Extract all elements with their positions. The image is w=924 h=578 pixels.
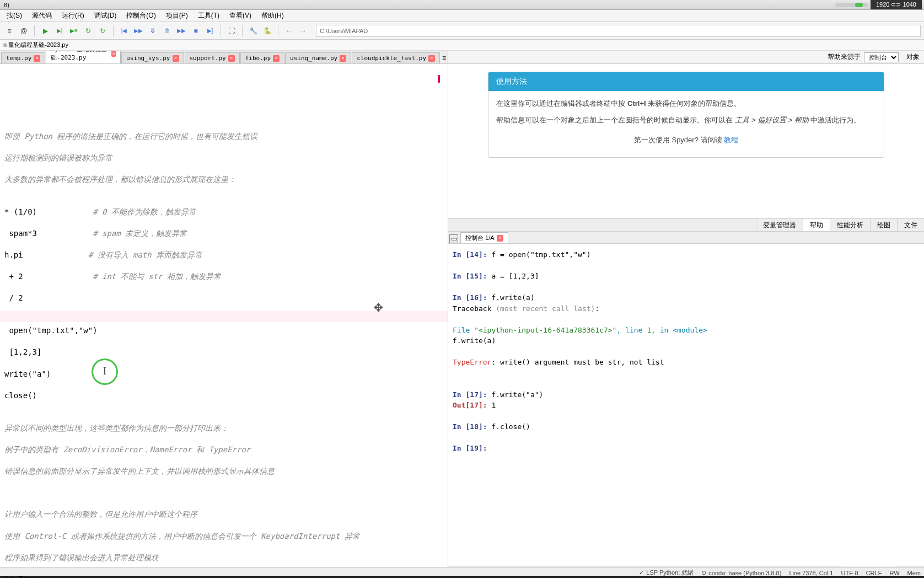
error-marker — [438, 75, 440, 83]
console-options-icon[interactable]: ▭ — [449, 234, 458, 243]
editor-line — [4, 488, 443, 499]
tab-label: using_name.py — [290, 55, 337, 62]
editor-tab[interactable]: support.py× — [185, 52, 240, 63]
tab-profiler[interactable]: 性能分析 — [830, 219, 870, 231]
click-indicator — [92, 358, 118, 385]
tab-var-explorer[interactable]: 变量管理器 — [756, 219, 803, 231]
close-icon[interactable]: × — [173, 55, 179, 62]
tab-label: support.py — [190, 55, 226, 62]
menu-console[interactable]: 控制台(O) — [122, 10, 160, 22]
tab-files[interactable]: 文件 — [897, 219, 924, 231]
menu-run[interactable]: 运行(R) — [57, 10, 89, 22]
debug-step-in-icon[interactable]: ⤋ — [147, 25, 159, 37]
editor-line — [4, 499, 443, 510]
maximize-icon[interactable]: ⛶ — [225, 25, 238, 37]
tutorial-link[interactable]: 教程 — [724, 136, 738, 144]
close-icon[interactable]: × — [34, 55, 40, 62]
editor-line — [4, 304, 443, 315]
status-mem: Mem — [907, 570, 921, 576]
menu-find[interactable]: 找(S) — [2, 10, 26, 22]
debug-stop-icon[interactable]: ■ — [190, 25, 202, 37]
title-version: .8) — [2, 2, 9, 8]
editor-tab[interactable]: using_name.py× — [285, 52, 351, 63]
editor-line: + 2 # int 不能与 str 相加，触发异常 — [4, 271, 443, 282]
close-icon[interactable]: × — [228, 55, 235, 62]
debug-step-out-icon[interactable]: ⤊ — [161, 25, 173, 37]
help-source-select[interactable]: 控制台 — [864, 52, 899, 62]
editor-line: 使用 Control-C 或者操作系统提供的方法，用户中断的信息会引发一个 Ke… — [4, 531, 443, 542]
nav-back-icon[interactable]: ← — [283, 25, 295, 37]
close-icon[interactable]: × — [273, 55, 280, 62]
python-icon[interactable]: 🐍 — [261, 25, 273, 37]
editor-line — [4, 282, 443, 293]
editor-line: 异常以不同的类型出现，这些类型都作为信息的一部分打印出来： — [4, 423, 443, 434]
help-p2: 帮助信息可以在一个对象之后加上一个左圆括号的时候自动显示。你可以在 工具 > 偏… — [496, 114, 875, 126]
restart-icon[interactable]: ↻ — [96, 25, 109, 37]
console-body[interactable]: In [14]: f = open("tmp.txt","w") In [15]… — [448, 244, 924, 566]
at-icon[interactable]: @ — [18, 25, 30, 37]
editor-tab[interactable]: using_sys.py× — [121, 52, 184, 63]
tab-label: temp.py — [6, 55, 31, 62]
editor-line: 运行期检测到的错误被称为异常 — [4, 153, 443, 164]
editor-line — [4, 217, 443, 228]
editor-line — [4, 477, 443, 488]
tab-overflow-icon[interactable]: ≡ — [440, 52, 448, 63]
editor-tab[interactable]: temp.py× — [1, 52, 45, 63]
editor-line — [4, 239, 443, 250]
working-dir-input[interactable]: C:\Users\MIAPAD — [316, 25, 921, 37]
help-card-title: 使用方法 — [488, 72, 883, 91]
editor-line — [4, 196, 443, 207]
menu-view[interactable]: 查看(V) — [225, 10, 256, 22]
progress-indicator — [835, 3, 868, 7]
toolbar: ≡ @ ▶ ▶| ▶≡ ↻ ↻ |◀ ▶▶ ⤋ ⤊ ▶▶ ■ ▶] ⛶ 🔧 🐍 … — [0, 22, 924, 40]
close-icon[interactable]: × — [428, 55, 435, 62]
menu-tools[interactable]: 工具(T) — [194, 10, 224, 22]
editor-line — [4, 315, 443, 326]
editor-tab[interactable]: cloudpickle_fast.py× — [352, 52, 440, 63]
run-icon[interactable]: ▶ — [39, 25, 51, 37]
close-icon[interactable]: × — [497, 235, 503, 242]
wrench-icon[interactable]: 🔧 — [247, 25, 259, 37]
help-p1: 在这里你可以通过在编辑器或者终端中按 Ctrl+I 来获得任何对象的帮助信息。 — [496, 98, 875, 110]
editor-line: spam*3 # spam 未定义，触发异常 — [4, 228, 443, 239]
editor-line — [4, 520, 443, 531]
editor-line — [4, 401, 443, 412]
debug-exit-icon[interactable]: ▶] — [204, 25, 216, 37]
editor-body[interactable]: ✥ 即便 Python 程序的语法是正确的，在运行它的时候，也有可能发生错误 运… — [0, 64, 448, 578]
editor-line: 即便 Python 程序的语法是正确的，在运行它的时候，也有可能发生错误 — [4, 131, 443, 142]
editor-line: close() — [4, 390, 443, 402]
status-eol: CRLF — [866, 570, 882, 576]
tab-help[interactable]: 帮助 — [803, 219, 830, 231]
editor-line: / 2 — [4, 293, 443, 304]
debug-step-icon[interactable]: ▶▶ — [132, 25, 144, 37]
run-cell-icon[interactable]: ▶| — [53, 25, 66, 37]
tab-label: cloudpickle_fast.py — [357, 55, 426, 62]
outline-icon[interactable]: ≡ — [3, 25, 15, 37]
editor-line: 例子中的类型有 ZeroDivisionError，NameError 和 Ty… — [4, 445, 443, 456]
console-tab[interactable]: 控制台 1/A × — [460, 232, 508, 243]
editor-line — [4, 261, 443, 272]
close-icon[interactable]: × — [340, 55, 346, 62]
tab-label: using_sys.py — [126, 55, 170, 62]
editor-line — [4, 336, 443, 347]
run-selection-icon[interactable]: ▶≡ — [68, 25, 80, 37]
menu-project[interactable]: 项目(P) — [162, 10, 192, 22]
editor-line: [1,2,3] — [4, 347, 443, 358]
rerun-icon[interactable]: ↻ — [82, 25, 94, 37]
close-icon[interactable]: × — [111, 51, 116, 57]
menu-debug[interactable]: 调试(D) — [90, 10, 121, 22]
editor-line — [4, 412, 443, 423]
nav-forward-icon[interactable]: → — [297, 25, 309, 37]
editor-tab[interactable]: Python 量化编程基础-2023.py× — [46, 51, 121, 63]
editor-tab[interactable]: fibo.py× — [240, 52, 284, 63]
debug-step-back-icon[interactable]: |◀ — [118, 25, 130, 37]
editor-tab-strip: temp.py×Python 量化编程基础-2023.py×using_sys.… — [0, 51, 448, 64]
debug-continue-icon[interactable]: ▶▶ — [175, 25, 187, 37]
menu-help[interactable]: 帮助(H) — [257, 10, 288, 22]
help-object-label: 对象 — [906, 52, 920, 62]
editor-line: 程序如果得到了错误输出会进入异常处理模块 — [4, 553, 443, 564]
tab-plots[interactable]: 绘图 — [870, 219, 897, 231]
editor-line — [4, 142, 443, 153]
console-tab-strip: ▭ 控制台 1/A × — [448, 232, 924, 244]
menu-source[interactable]: 源代码 — [28, 10, 56, 22]
